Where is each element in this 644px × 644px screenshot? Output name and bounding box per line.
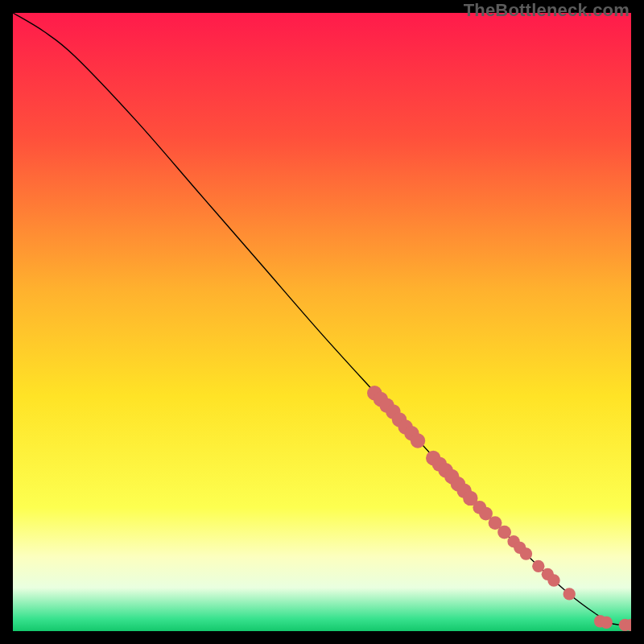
chart-plot-area: [13, 13, 631, 631]
dot-seg-e-1: [532, 560, 544, 572]
chart-svg: [13, 13, 631, 631]
dot-tail-2: [601, 617, 613, 629]
dot-seg-f-1: [564, 588, 576, 600]
chart-stage: TheBottleneck.com: [0, 0, 644, 644]
dot-seg-e-3: [547, 574, 559, 586]
chart-background-gradient: [13, 13, 631, 631]
dot-seg-a-8: [411, 433, 425, 448]
watermark-text: TheBottleneck.com: [464, 0, 630, 21]
dot-seg-d-3: [520, 547, 532, 559]
dot-seg-c-4: [497, 526, 511, 539]
